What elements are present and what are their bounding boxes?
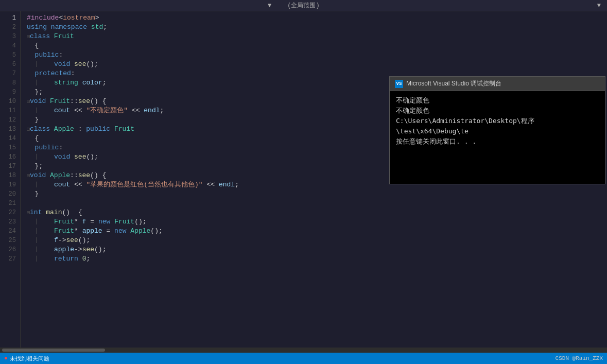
- code-line-22: ⊟int main() {: [27, 208, 607, 217]
- status-bar: ● 未找到相关问题 CSDN @Rain_ZZX: [0, 353, 607, 364]
- line-number-24: 24: [0, 227, 20, 236]
- line-number-14: 14: [0, 134, 20, 143]
- debug-output: 不确定颜色不确定颜色C:\Users\Administrator\Desktop…: [390, 91, 605, 184]
- code-line-3: ⊟class Fruit: [27, 32, 607, 41]
- code-line-20: }: [27, 189, 607, 199]
- vs-icon: VS: [395, 80, 403, 88]
- line-number-9: 9: [0, 88, 20, 97]
- debug-console: VS Microsoft Visual Studio 调试控制台 不确定颜色不确…: [389, 76, 605, 184]
- scroll-thumb[interactable]: [2, 349, 105, 352]
- line-numbers: 1234567891011121314151617181920212223242…: [0, 11, 21, 348]
- code-line-25: │ f->see();: [27, 236, 607, 245]
- code-line-6: │ void see();: [27, 60, 607, 69]
- debug-line-1: 不确定颜色: [396, 106, 599, 116]
- line-number-1: 1: [0, 13, 20, 23]
- code-line-26: │ apple->see();: [27, 245, 607, 254]
- code-line-1: #include<iostream>: [27, 13, 607, 23]
- line-number-12: 12: [0, 115, 20, 125]
- line-number-21: 21: [0, 199, 20, 208]
- vs-icon-text: VS: [396, 81, 402, 86]
- line-number-11: 11: [0, 106, 20, 115]
- horizontal-scrollbar[interactable]: [0, 348, 607, 353]
- line-number-19: 19: [0, 180, 20, 189]
- line-number-22: 22: [0, 208, 20, 217]
- status-error-item: ● 未找到相关问题: [4, 355, 49, 362]
- debug-title: Microsoft Visual Studio 调试控制台: [406, 79, 501, 88]
- scope-dropdown-right[interactable]: ▼: [597, 2, 601, 9]
- scope-dropdown-left[interactable]: ▼: [268, 2, 271, 9]
- code-line-24: │ Fruit* apple = new Apple();: [27, 227, 607, 236]
- error-text: 未找到相关问题: [10, 355, 49, 362]
- line-number-10: 10: [0, 97, 20, 106]
- line-number-13: 13: [0, 125, 20, 134]
- debug-line-3: C:\Users\Administrator\Desktop\程序\test\x…: [396, 116, 599, 136]
- line-number-20: 20: [0, 189, 20, 199]
- code-line-21: [27, 199, 607, 208]
- line-number-23: 23: [0, 217, 20, 227]
- line-number-5: 5: [0, 50, 20, 60]
- line-number-2: 2: [0, 23, 20, 32]
- line-number-8: 8: [0, 78, 20, 88]
- line-number-17: 17: [0, 162, 20, 171]
- code-line-2: using namespace std;: [27, 23, 607, 32]
- code-line-27: │ return 0;: [27, 254, 607, 264]
- line-number-15: 15: [0, 143, 20, 152]
- line-number-3: 3: [0, 32, 20, 41]
- line-number-4: 4: [0, 41, 20, 50]
- error-icon: ●: [4, 355, 8, 361]
- line-number-18: 18: [0, 171, 20, 180]
- debug-line-0: 不确定颜色: [396, 95, 599, 106]
- line-number-27: 27: [0, 254, 20, 264]
- line-number-26: 26: [0, 245, 20, 254]
- line-number-6: 6: [0, 60, 20, 69]
- line-number-16: 16: [0, 152, 20, 162]
- debug-titlebar: VS Microsoft Visual Studio 调试控制台: [390, 77, 605, 91]
- line-number-25: 25: [0, 236, 20, 245]
- debug-line-4: 按任意键关闭此窗口. . .: [396, 136, 599, 147]
- code-line-23: │ Fruit* f = new Fruit();: [27, 217, 607, 227]
- code-line-4: {: [27, 41, 607, 50]
- top-bar: ▼ (全局范围) ▼: [0, 0, 607, 11]
- csdn-credit: CSDN @Rain_ZZX: [556, 355, 603, 361]
- line-number-7: 7: [0, 69, 20, 78]
- code-line-5: public:: [27, 50, 607, 60]
- scope-title: (全局范围): [287, 1, 319, 10]
